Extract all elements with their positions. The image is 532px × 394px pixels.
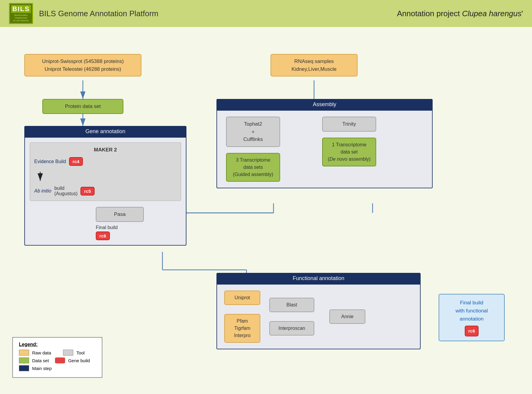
assembly-header: Assembly bbox=[216, 99, 433, 110]
annie-box: Annie bbox=[329, 309, 365, 324]
final-build-pasa: Final build bbox=[96, 225, 118, 230]
transcriptome-denovo-box: 1 Transcriptomedata set(De novo assembly… bbox=[322, 138, 376, 166]
protein-dataset-text: Protein data set bbox=[65, 103, 101, 109]
platform-title: BILS Genome Annotation Platform bbox=[39, 9, 158, 18]
rc6-badge: rc6 bbox=[96, 231, 110, 240]
main-content: Uniprot-Swissprot (545388 proteins)Unipr… bbox=[0, 27, 532, 394]
blast-text: Blast bbox=[286, 302, 297, 307]
rc4-badge: rc4 bbox=[69, 157, 83, 166]
uniprot-input-box: Uniprot bbox=[224, 291, 260, 305]
gene-annotation-header: Gene annotation bbox=[24, 126, 186, 137]
annie-text: Annie bbox=[341, 314, 354, 319]
legend-tool-label: Tool bbox=[76, 350, 85, 355]
legend-genebuild-label: Gene build bbox=[68, 358, 90, 363]
evidence-build-row: Evidence Build rc4 bbox=[34, 157, 177, 166]
legend-swatch-raw bbox=[19, 350, 29, 356]
final-build-functional-text: Final buildwith functionalannotation bbox=[445, 299, 498, 323]
final-build-functional-box: Final buildwith functionalannotation rc6 bbox=[439, 294, 505, 341]
trinity-column: Trinity 1 Transcriptomedata set(De novo … bbox=[322, 117, 376, 182]
legend-swatch-genebuild bbox=[55, 357, 65, 363]
project-name: Clupea harengus bbox=[462, 9, 521, 18]
project-label: Annotation project bbox=[397, 9, 462, 18]
rc5-badge: rc5 bbox=[80, 187, 95, 196]
functional-annotation-header: Functional annotation bbox=[216, 273, 421, 284]
assembly-box: Assembly Tophat2+Cufflinks 3 Transcripto… bbox=[216, 99, 433, 188]
trinity-box: Trinity bbox=[322, 117, 376, 132]
maker2-label: MAKER 2 bbox=[34, 147, 177, 153]
func-tools: Blast Interproscan bbox=[269, 298, 314, 336]
rc6-final-badge: rc6 bbox=[465, 326, 479, 336]
evidence-build-label: Evidence Build bbox=[34, 159, 66, 164]
legend-dataset: Data set Gene build bbox=[19, 357, 96, 363]
interproscan-text: Interproscan bbox=[279, 326, 305, 331]
tophat-box: Tophat2+Cufflinks bbox=[226, 117, 280, 147]
transcriptome-guided-text: 3 Transcriptomedata sets(Guided assembly… bbox=[233, 157, 273, 177]
pasa-box: Pasa bbox=[96, 207, 144, 222]
legend-swatch-tool bbox=[63, 350, 73, 356]
legend-swatch-mainstep bbox=[19, 365, 29, 371]
trinity-text: Trinity bbox=[342, 121, 356, 127]
maker2-box: MAKER 2 Evidence Build rc4 bbox=[30, 142, 181, 201]
assembly-body: Tophat2+Cufflinks 3 Transcriptomedata se… bbox=[216, 110, 433, 188]
rnaseq-box: RNAseq samplesKidney,Liver,Muscle bbox=[271, 54, 358, 76]
header-left: BILS BioinformaticsInfrastructurefor Lif… bbox=[9, 3, 158, 24]
pfam-input-box: PfamTigrfamInterpro bbox=[224, 314, 260, 343]
legend-dataset-label: Data set bbox=[32, 358, 49, 363]
gene-annotation-box: Gene annotation MAKER 2 Evidence Build r… bbox=[24, 126, 186, 246]
legend-raw: Raw data Tool bbox=[19, 350, 96, 356]
gene-annotation-body: MAKER 2 Evidence Build rc4 bbox=[24, 137, 186, 246]
uniprot-box: Uniprot-Swissprot (545388 proteins)Unipr… bbox=[24, 54, 141, 76]
header: BILS BioinformaticsInfrastructurefor Lif… bbox=[0, 0, 532, 27]
tophat-column: Tophat2+Cufflinks 3 Transcriptomedata se… bbox=[226, 117, 280, 182]
rnaseq-text: RNAseq samplesKidney,Liver,Muscle bbox=[292, 58, 337, 72]
legend-mainstep-label: Main step bbox=[32, 366, 52, 371]
protein-dataset-box: Protein data set bbox=[42, 99, 123, 114]
tophat-text: Tophat2+Cufflinks bbox=[243, 121, 263, 142]
legend-raw-label: Raw data bbox=[32, 350, 51, 355]
bils-logo: BILS BioinformaticsInfrastructurefor Lif… bbox=[9, 3, 33, 24]
legend-swatch-dataset bbox=[19, 357, 29, 363]
blast-box: Blast bbox=[269, 298, 314, 312]
ab-initio-sub: build(Augustus) bbox=[54, 186, 77, 196]
uniprot-input-text: Uniprot bbox=[234, 295, 250, 300]
pasa-section: Pasa Final build rc6 bbox=[96, 207, 181, 240]
bils-logo-text: BILS bbox=[11, 5, 31, 13]
abinitio-row: Ab initio build(Augustus) rc5 bbox=[34, 186, 177, 196]
page: BILS BioinformaticsInfrastructurefor Lif… bbox=[0, 0, 532, 394]
diagram: Uniprot-Swissprot (545388 proteins)Unipr… bbox=[12, 36, 520, 384]
interproscan-box: Interproscan bbox=[269, 321, 314, 336]
transcriptome-guided-box: 3 Transcriptomedata sets(Guided assembly… bbox=[226, 153, 280, 182]
pasa-label: Pasa bbox=[114, 211, 126, 217]
legend-mainstep: Main step bbox=[19, 365, 96, 371]
func-inputs: Uniprot PfamTigrfamInterpro bbox=[224, 291, 260, 343]
annie-section: Annie bbox=[329, 309, 365, 324]
uniprot-text: Uniprot-Swissprot (545388 proteins)Unipr… bbox=[42, 58, 124, 72]
pfam-text: PfamTigrfamInterpro bbox=[234, 318, 250, 338]
legend: Legend: Raw data Tool Data set Gene buil… bbox=[12, 337, 102, 378]
legend-title: Legend: bbox=[19, 342, 96, 347]
functional-annotation-box: Functional annotation Uniprot PfamTigrfa… bbox=[216, 273, 421, 349]
project-title: Annotation project Clupea harengus' bbox=[397, 9, 523, 18]
bils-logo-sub: BioinformaticsInfrastructurefor Life Sci… bbox=[13, 14, 29, 22]
transcriptome-denovo-text: 1 Transcriptomedata set(De novo assembly… bbox=[328, 142, 370, 162]
arrow-down-indicator bbox=[37, 172, 177, 184]
functional-annotation-body: Uniprot PfamTigrfamInterpro Blast Interp… bbox=[216, 284, 421, 349]
final-build-pasa-label: Final build bbox=[96, 225, 118, 230]
ab-initio-label: Ab initio bbox=[34, 188, 51, 194]
